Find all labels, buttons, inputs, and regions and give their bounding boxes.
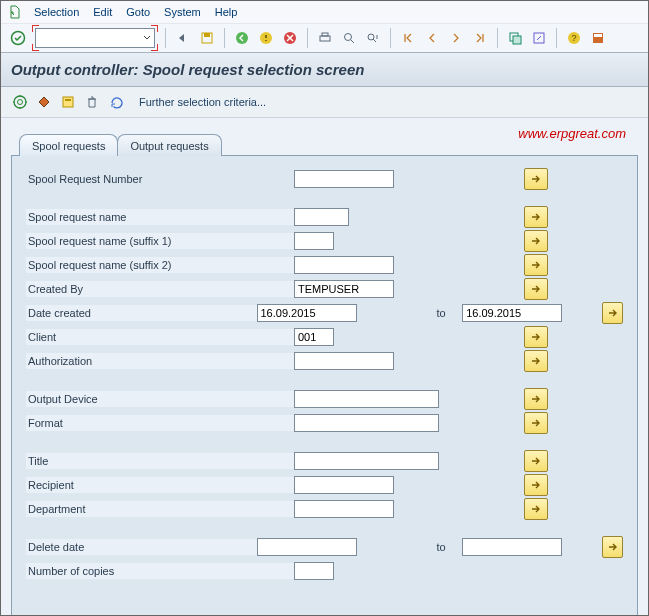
input-department[interactable]: [294, 500, 394, 518]
input-delete-to[interactable]: [462, 538, 562, 556]
svg-rect-11: [513, 36, 521, 44]
label-department: Department: [26, 501, 294, 517]
new-session-icon[interactable]: [504, 27, 526, 49]
variant-icon[interactable]: [33, 91, 55, 113]
multi-date[interactable]: [602, 302, 623, 324]
menu-edit[interactable]: Edit: [87, 4, 118, 20]
svg-rect-2: [204, 33, 210, 37]
input-delete-from[interactable]: [257, 538, 357, 556]
sap-window: Selection Edit Goto System Help: [0, 0, 649, 616]
multi-created-by[interactable]: [524, 278, 548, 300]
multi-req-name[interactable]: [524, 206, 548, 228]
input-spool-no[interactable]: [294, 170, 394, 188]
svg-rect-20: [65, 99, 71, 101]
next-page-icon[interactable]: [445, 27, 467, 49]
label-delete-date: Delete date: [26, 539, 257, 555]
tab-body: Spool Request Number Spool request name …: [11, 155, 638, 615]
multi-client[interactable]: [524, 326, 548, 348]
menu-context-icon[interactable]: [7, 5, 22, 20]
input-date-to[interactable]: [462, 304, 562, 322]
input-suffix2[interactable]: [294, 256, 394, 274]
label-created-by: Created By: [26, 281, 294, 297]
first-page-icon[interactable]: [397, 27, 419, 49]
label-title: Title: [26, 453, 294, 469]
label-date-created: Date created: [26, 305, 257, 321]
back-icon[interactable]: [172, 27, 194, 49]
multi-recipient[interactable]: [524, 474, 548, 496]
input-req-name[interactable]: [294, 208, 349, 226]
title-bar: Output controller: Spool request selecti…: [1, 53, 648, 87]
input-created-by[interactable]: [294, 280, 394, 298]
label-auth: Authorization: [26, 353, 294, 369]
input-suffix1[interactable]: [294, 232, 334, 250]
print-icon[interactable]: [314, 27, 336, 49]
multi-auth[interactable]: [524, 350, 548, 372]
label-format: Format: [26, 415, 294, 431]
multi-spool-no[interactable]: [524, 168, 548, 190]
svg-rect-16: [594, 34, 602, 37]
label-out-device: Output Device: [26, 391, 294, 407]
svg-point-3: [236, 32, 248, 44]
command-field[interactable]: [35, 28, 155, 48]
label-recipient: Recipient: [26, 477, 294, 493]
label-suffix2: Spool request name (suffix 2): [26, 257, 294, 273]
input-auth[interactable]: [294, 352, 394, 370]
multi-title[interactable]: [524, 450, 548, 472]
multi-delete-date[interactable]: [602, 536, 623, 558]
get-variant-icon[interactable]: [57, 91, 79, 113]
shortcut-icon[interactable]: [528, 27, 550, 49]
svg-point-17: [14, 96, 26, 108]
svg-rect-6: [320, 36, 330, 41]
chevron-down-icon: [143, 34, 151, 42]
svg-rect-7: [322, 33, 328, 36]
multi-out-device[interactable]: [524, 388, 548, 410]
delete-icon[interactable]: [81, 91, 103, 113]
label-spool-no: Spool Request Number: [26, 171, 294, 187]
execute-icon[interactable]: [9, 91, 31, 113]
content-area: www.erpgreat.com Spool requests Output r…: [1, 118, 648, 615]
input-date-from[interactable]: [257, 304, 357, 322]
tab-spool-requests[interactable]: Spool requests: [19, 134, 118, 156]
help-icon[interactable]: ?: [563, 27, 585, 49]
menu-selection[interactable]: Selection: [28, 4, 85, 20]
menu-system[interactable]: System: [158, 4, 207, 20]
input-client[interactable]: [294, 328, 334, 346]
back-green-icon[interactable]: [231, 27, 253, 49]
further-criteria-link[interactable]: Further selection criteria...: [139, 96, 266, 108]
svg-rect-19: [63, 97, 73, 107]
input-out-device[interactable]: [294, 390, 439, 408]
last-page-icon[interactable]: [469, 27, 491, 49]
svg-point-18: [18, 100, 23, 105]
label-copies: Number of copies: [26, 563, 294, 579]
label-client: Client: [26, 329, 294, 345]
label-suffix1: Spool request name (suffix 1): [26, 233, 294, 249]
layout-icon[interactable]: [587, 27, 609, 49]
watermark-text: www.erpgreat.com: [518, 126, 626, 141]
multi-format[interactable]: [524, 412, 548, 434]
find-icon[interactable]: [338, 27, 360, 49]
menu-bar: Selection Edit Goto System Help: [1, 1, 648, 23]
menu-goto[interactable]: Goto: [120, 4, 156, 20]
tab-output-requests[interactable]: Output requests: [117, 134, 221, 156]
cancel-icon[interactable]: [279, 27, 301, 49]
label-to-date: to: [437, 307, 463, 319]
multi-department[interactable]: [524, 498, 548, 520]
exit-icon[interactable]: [255, 27, 277, 49]
save-icon[interactable]: [196, 27, 218, 49]
input-copies[interactable]: [294, 562, 334, 580]
label-to-delete: to: [437, 541, 463, 553]
input-recipient[interactable]: [294, 476, 394, 494]
multi-suffix1[interactable]: [524, 230, 548, 252]
find-next-icon[interactable]: [362, 27, 384, 49]
input-title[interactable]: [294, 452, 439, 470]
svg-text:?: ?: [571, 33, 576, 43]
prev-page-icon[interactable]: [421, 27, 443, 49]
multi-suffix2[interactable]: [524, 254, 548, 276]
menu-help[interactable]: Help: [209, 4, 244, 20]
svg-point-8: [345, 34, 352, 41]
label-req-name: Spool request name: [26, 209, 294, 225]
enter-button[interactable]: [7, 27, 29, 49]
refresh-icon[interactable]: [105, 91, 127, 113]
input-format[interactable]: [294, 414, 439, 432]
standard-toolbar: ?: [1, 23, 648, 53]
